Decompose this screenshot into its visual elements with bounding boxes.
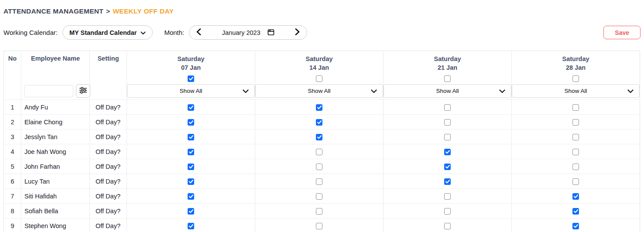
- off-day-cell: [255, 174, 384, 189]
- save-button[interactable]: Save: [603, 26, 641, 39]
- month-value[interactable]: January 2023: [222, 29, 260, 36]
- off-day-checkbox[interactable]: [188, 149, 194, 155]
- off-day-checkbox[interactable]: [188, 119, 194, 126]
- day-column-header: Saturday 28 Jan: [512, 51, 640, 82]
- select-all-day-checkbox[interactable]: [572, 75, 579, 82]
- off-day-cell: [255, 144, 384, 159]
- off-day-checkbox[interactable]: [572, 208, 579, 215]
- off-day-checkbox[interactable]: [572, 193, 579, 200]
- setting-label: Off Day?: [90, 130, 127, 144]
- off-day-checkbox[interactable]: [572, 119, 579, 126]
- off-day-cell: [512, 100, 640, 115]
- working-calendar-select[interactable]: MY Standard Calendar: [62, 25, 153, 40]
- day-weekday-label: Saturday: [384, 55, 511, 64]
- off-day-checkbox[interactable]: [188, 208, 194, 215]
- off-day-cell: [255, 115, 384, 130]
- off-day-cell: [127, 189, 255, 204]
- day-filter-select[interactable]: Show All: [255, 84, 383, 98]
- off-day-checkbox[interactable]: [444, 193, 451, 200]
- off-day-checkbox[interactable]: [444, 134, 451, 140]
- row-number: 1: [4, 100, 21, 115]
- employee-name: Siti Hafidah: [21, 189, 90, 204]
- setting-label: Off Day?: [90, 204, 127, 218]
- table-row: 8 Sofiah Bella Off Day?: [4, 204, 640, 218]
- filter-cell-employee: [21, 82, 90, 100]
- row-number: 4: [4, 144, 21, 159]
- off-day-cell: [384, 159, 512, 174]
- off-day-cell: [512, 174, 640, 189]
- previous-month-button[interactable]: [195, 28, 202, 37]
- off-day-cell: [512, 115, 640, 130]
- off-day-checkbox[interactable]: [316, 119, 322, 126]
- working-calendar-label: Working Calendar:: [3, 29, 58, 36]
- table-row: 3 Jesslyn Tan Off Day?: [4, 130, 640, 144]
- off-day-checkbox[interactable]: [188, 223, 194, 229]
- off-day-checkbox[interactable]: [444, 104, 451, 111]
- chevron-down-icon: [140, 29, 146, 36]
- breadcrumb-section[interactable]: ATTENDANCE MANAGEMENT: [3, 7, 103, 15]
- off-day-checkbox[interactable]: [316, 193, 322, 200]
- off-day-cell: [512, 159, 640, 174]
- off-day-checkbox[interactable]: [572, 223, 579, 229]
- column-header-employee-name: Employee Name: [21, 51, 90, 82]
- working-calendar-value: MY Standard Calendar: [69, 29, 137, 36]
- filter-button[interactable]: [76, 84, 90, 98]
- off-day-checkbox[interactable]: [572, 134, 579, 140]
- off-day-checkbox[interactable]: [444, 149, 451, 155]
- select-all-day-checkbox[interactable]: [188, 75, 194, 82]
- off-day-checkbox[interactable]: [316, 223, 322, 229]
- chevron-down-icon: [499, 88, 505, 95]
- select-all-day-checkbox[interactable]: [444, 75, 451, 82]
- select-all-day-checkbox[interactable]: [316, 75, 322, 82]
- off-day-cell: [255, 159, 384, 174]
- off-day-checkbox[interactable]: [444, 223, 451, 229]
- table-row: 4 Joe Nah Wong Off Day?: [4, 144, 640, 159]
- day-filter-select[interactable]: Show All: [384, 84, 511, 98]
- day-weekday-label: Saturday: [256, 55, 383, 64]
- employee-name-filter-input[interactable]: [24, 85, 73, 97]
- employee-name: Joe Nah Wong: [21, 144, 90, 159]
- calendar-icon[interactable]: [267, 28, 274, 37]
- breadcrumb-current-page: WEEKLY OFF DAY: [113, 7, 174, 15]
- off-day-checkbox[interactable]: [188, 134, 194, 140]
- day-date-label: 21 Jan: [384, 64, 511, 72]
- day-filter-selected-value: Show All: [436, 88, 459, 94]
- off-day-checkbox[interactable]: [188, 164, 194, 170]
- off-day-checkbox[interactable]: [444, 208, 451, 215]
- off-day-checkbox[interactable]: [572, 149, 579, 155]
- off-day-checkbox[interactable]: [316, 134, 322, 140]
- off-day-cell: [512, 144, 640, 159]
- off-day-checkbox[interactable]: [316, 104, 322, 111]
- column-header-no: No: [4, 51, 21, 82]
- next-month-button[interactable]: [294, 28, 301, 37]
- off-day-checkbox[interactable]: [444, 178, 451, 185]
- off-day-checkbox[interactable]: [316, 178, 322, 185]
- off-day-cell: [512, 130, 640, 144]
- row-number: 3: [4, 130, 21, 144]
- off-day-cell: [384, 189, 512, 204]
- row-number: 8: [4, 204, 21, 218]
- off-day-cell: [127, 130, 255, 144]
- off-day-checkbox[interactable]: [316, 164, 322, 170]
- off-day-checkbox[interactable]: [572, 178, 579, 185]
- day-filter-select[interactable]: Show All: [127, 84, 255, 98]
- off-day-checkbox[interactable]: [188, 104, 194, 111]
- day-filter-select[interactable]: Show All: [512, 84, 640, 98]
- off-day-checkbox[interactable]: [316, 208, 322, 215]
- off-day-checkbox[interactable]: [188, 193, 194, 200]
- off-day-checkbox[interactable]: [188, 178, 194, 185]
- table-row: 6 Lucy Tan Off Day?: [4, 174, 640, 189]
- off-day-checkbox[interactable]: [572, 164, 579, 170]
- setting-label: Off Day?: [90, 144, 127, 159]
- table-row: 2 Elaine Chong Off Day?: [4, 115, 640, 130]
- setting-label: Off Day?: [90, 189, 127, 204]
- employee-name: Elaine Chong: [21, 115, 90, 130]
- off-day-cell: [384, 100, 512, 115]
- day-filter-cell: Show All: [255, 82, 384, 100]
- off-day-cell: [127, 204, 255, 218]
- off-day-checkbox[interactable]: [316, 149, 322, 155]
- column-header-setting: Setting: [90, 51, 127, 82]
- off-day-checkbox[interactable]: [572, 104, 579, 111]
- off-day-checkbox[interactable]: [444, 164, 451, 170]
- off-day-checkbox[interactable]: [444, 119, 451, 126]
